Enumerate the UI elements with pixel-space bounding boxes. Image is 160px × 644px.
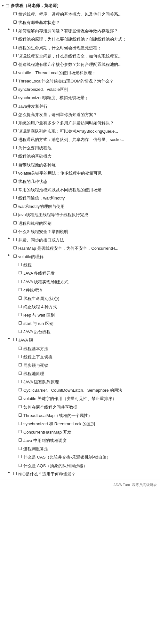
list-item[interactable]: synchronized、volatile区别 — [0, 85, 160, 94]
list-item[interactable]: 线程的几种状态 — [0, 177, 160, 186]
item-bullet — [19, 313, 22, 316]
list-item[interactable]: synchronized 和 ReentrantLock 的区别 — [0, 420, 160, 428]
list-item[interactable]: start 与 run 区别 — [0, 319, 160, 328]
list-item[interactable]: 进程通讯的方式：消息队列、共享内存、信号量、socke... — [0, 136, 160, 144]
item-bullet — [13, 338, 17, 341]
list-item[interactable]: 线程池的基础概念 — [0, 152, 160, 161]
list-item[interactable]: 线程生命周期(状态) — [0, 295, 160, 303]
item-icon-area: ▶ — [8, 471, 13, 474]
footer-text: JAVA Eam — [114, 483, 130, 487]
list-item[interactable]: 什么叫线程安全？举例说明 — [0, 228, 160, 236]
list-item[interactable]: 什么是 CAS（比较并交换-乐观锁机制-锁自旋） — [0, 453, 160, 461]
item-label: Java 中用到的线程调度 — [23, 437, 159, 444]
item-label: 线程上下文切换 — [23, 354, 159, 360]
item-bullet — [19, 380, 22, 383]
list-item[interactable]: JAVA 后台线程 — [0, 328, 160, 336]
item-label: 怎么提高并发量，请列举你所知道的方案？ — [18, 112, 159, 118]
list-item[interactable]: Java 中用到的线程调度 — [0, 436, 160, 445]
item-bullet — [19, 355, 22, 358]
list-item[interactable]: ThreadLocal什么时候会出现OOM的情况？为什么？ — [0, 77, 160, 85]
list-item[interactable]: 线程池的原理，为什么要创建线程池？创建线程池的方式； — [0, 35, 160, 43]
item-bullet — [19, 296, 22, 300]
list-item[interactable]: ▶JAVA 锁 — [0, 336, 160, 344]
list-item[interactable]: 线程池原理 — [0, 370, 160, 378]
list-item[interactable]: 线程上下文切换 — [0, 353, 160, 361]
list-item[interactable]: synchronized锁粒度、模拟死锁场景； — [0, 94, 160, 102]
list-item[interactable]: volatile关键字的用法：使多线程中的变量可见 — [0, 169, 160, 177]
list-item[interactable]: leep 与 wait 区别 — [0, 311, 160, 319]
item-bullet — [13, 163, 17, 166]
item-bullet — [13, 221, 17, 224]
item-bullet — [19, 280, 22, 283]
list-item[interactable]: 创建线程池有哪几个核心参数？如何合理配置线程池的... — [0, 60, 160, 69]
list-item[interactable]: java线程池主线程等待子线程执行完成 — [0, 211, 160, 219]
item-label: 线程池的原理，为什么要创建线程池？创建线程池的方式； — [18, 36, 159, 43]
list-item[interactable]: 怎么提高并发量，请列举你所知道的方案？ — [0, 111, 160, 119]
list-item[interactable]: wait和notify的理解与使用 — [0, 202, 160, 211]
item-icon-area: ▶ — [8, 337, 13, 340]
list-item[interactable]: volatile 关键字的作用（变量可见性、禁止重排序） — [0, 395, 160, 403]
item-bullet — [19, 422, 22, 425]
list-item[interactable]: HashMap 是否线程安全，为何不安全，ConcurrentH... — [0, 244, 160, 253]
list-item[interactable]: ▶如何理解内存泄漏问题？有哪些情况会导致内存泄露？... — [0, 27, 160, 35]
item-label: 什么叫线程安全？举例说明 — [18, 229, 159, 235]
list-item[interactable]: ▶volatile的理解 — [0, 253, 160, 261]
list-item[interactable]: 常用的线程池模式以及不同线程池的使用场景 — [0, 186, 160, 194]
list-item[interactable]: JAVA 多线程开发 — [0, 269, 160, 278]
item-bullet — [13, 179, 17, 183]
list-item[interactable]: 线程基本方法 — [0, 345, 160, 353]
item-bullet — [13, 246, 17, 249]
item-bullet — [13, 171, 17, 174]
list-item[interactable]: 进程调度算法 — [0, 445, 160, 453]
item-label: NIO是什么？适用于何种场景？ — [18, 471, 159, 477]
item-bullet — [13, 71, 17, 74]
item-bullet — [13, 154, 17, 157]
item-label: synchronized锁粒度、模拟死锁场景； — [18, 95, 159, 101]
list-item[interactable]: 系统的用户量有多少？多用户并发访问时如何解决？ — [0, 119, 160, 127]
item-bullet — [13, 87, 17, 90]
list-item[interactable]: volatile、ThreadLocal的使用场景和原理； — [0, 69, 160, 77]
list-item[interactable]: 线程的生命周期，什么时候会出现僵死进程； — [0, 44, 160, 52]
item-bullet — [19, 330, 22, 333]
list-item[interactable]: JAVA 线程实现/创建方式 — [0, 278, 160, 286]
item-bullet — [13, 96, 17, 99]
list-item[interactable]: 进程和线程的区别 — [0, 219, 160, 228]
section-header[interactable]: ▼ 多线程（马老师，黄老师） — [0, 1, 160, 10]
item-label: synchronized 和 ReentrantLock 的区别 — [23, 421, 159, 427]
list-item[interactable]: JAVA 阻塞队列原理 — [0, 378, 160, 386]
list-item[interactable]: 什么是 AQS（抽象的队列同步器） — [0, 462, 160, 470]
list-item[interactable]: 4种线程池 — [0, 286, 160, 295]
item-label: 系统的用户量有多少？多用户并发访问时如何解决？ — [18, 120, 159, 126]
list-item[interactable]: 说说阻塞队列的实现：可以参考ArrayBlockingQueue... — [0, 127, 160, 136]
list-item[interactable]: 线程间通信，wait和notify — [0, 194, 160, 202]
list-item[interactable]: 简述线程、程序、进程的基本概念。以及他们之间关系... — [0, 10, 160, 19]
list-item[interactable]: ▶并发、同步的接口或方法 — [0, 236, 160, 244]
list-item[interactable]: 终止线程 4 种方式 — [0, 303, 160, 311]
item-bullet — [13, 196, 17, 199]
list-item[interactable]: 为什么要用线程池 — [0, 144, 160, 152]
item-bullet — [19, 372, 22, 375]
item-bullet — [19, 455, 22, 458]
list-item[interactable]: Java并发和并行 — [0, 102, 160, 111]
list-item[interactable]: 自带线程池的各种坑 — [0, 161, 160, 169]
item-label: JAVA 后台线程 — [23, 329, 159, 335]
item-bullet — [19, 263, 22, 266]
list-item[interactable]: CyclicBarrier、CountDownLatch、Semaphore 的… — [0, 386, 160, 395]
item-bullet — [19, 321, 22, 325]
item-label: JAVA 锁 — [18, 337, 159, 343]
item-label: 并发、同步的接口或方法 — [18, 237, 159, 243]
list-item[interactable]: ConcurrentHashMap 开发 — [0, 428, 160, 436]
item-label: 说说线程安全问题，什么是线程安全，如何实现线程安... — [18, 53, 159, 59]
list-item[interactable]: 线程有哪些基本状态？ — [0, 19, 160, 27]
item-bullet — [13, 113, 17, 116]
list-item[interactable]: ThreadLocalMap（线程的一个属性） — [0, 412, 160, 420]
item-bullet — [19, 447, 22, 450]
item-bullet — [13, 104, 17, 107]
list-item[interactable]: 线程 — [0, 261, 160, 269]
list-item[interactable]: 同步锁与死锁 — [0, 361, 160, 370]
list-item[interactable]: ▶NIO是什么？适用于何种场景？ — [0, 470, 160, 478]
list-item[interactable]: 如何在两个线程之间共享数据 — [0, 403, 160, 412]
item-label: 线程的生命周期，什么时候会出现僵死进程； — [18, 45, 159, 51]
list-item[interactable]: 说说线程安全问题，什么是线程安全，如何实现线程安... — [0, 52, 160, 60]
item-bullet — [13, 20, 17, 24]
